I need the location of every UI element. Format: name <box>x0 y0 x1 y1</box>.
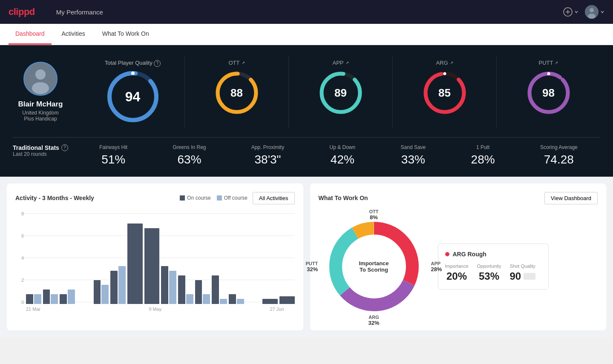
activity-chart-title: Activity - 3 Months - Weekly <box>15 195 94 201</box>
trend-up-icon: ↗ <box>242 60 245 65</box>
bar-off-course <box>186 294 193 304</box>
bar-on-course <box>26 294 33 304</box>
trad-info-icon[interactable]: ? <box>61 144 68 151</box>
arg-value: 85 <box>438 86 451 100</box>
total-quality-gauge: 94 <box>105 69 161 124</box>
y-label-8: 8 <box>15 211 24 216</box>
scorecard-putt: PUTT ↗ 98 <box>496 55 600 129</box>
bar-on-course <box>144 228 160 304</box>
donut-center-line2: To Scoring <box>359 267 389 273</box>
shot-quality-badge <box>524 273 535 280</box>
putt-value: 98 <box>542 86 555 100</box>
add-button[interactable] <box>563 7 578 17</box>
detail-importance-value: 20% <box>446 270 467 282</box>
stat-value-1: 63% <box>177 153 201 166</box>
x-label-2: 27 Jun <box>270 307 284 312</box>
bar-on-course <box>43 289 50 304</box>
trend-up-icon-putt: ↗ <box>555 60 558 65</box>
legend-on-course-dot <box>180 195 185 201</box>
donut-center: Importance To Scoring <box>359 260 389 273</box>
detail-opportunity-value: 53% <box>479 270 499 282</box>
stat-value-4: 33% <box>401 153 425 166</box>
all-activities-button[interactable]: All Activities <box>253 192 295 204</box>
chart-legend: On course Off course <box>180 195 248 201</box>
header-right <box>563 5 604 19</box>
activity-panel-header: Activity - 3 Months - Weekly On course O… <box>15 192 295 204</box>
bar-group-14 <box>262 299 278 304</box>
svg-point-7 <box>35 69 46 80</box>
x-label-0: 21 Mar <box>26 307 40 312</box>
player-name: Blair McHarg <box>18 100 63 109</box>
avatar <box>585 5 599 19</box>
bar-on-course <box>94 280 101 304</box>
detail-opportunity-label: Opportunity <box>477 264 501 269</box>
bar-off-course <box>203 294 210 304</box>
bar-on-course <box>161 266 168 304</box>
hero-top: Blair McHarg United Kingdom Plus Handica… <box>13 55 600 129</box>
what-panel-header: What To Work On View Dashboard <box>319 192 598 204</box>
trad-stats-grid: Fairways Hit 51% Greens In Reg 63% App. … <box>77 144 600 166</box>
info-icon[interactable]: ? <box>154 60 161 67</box>
detail-opportunity: Opportunity 53% <box>477 264 501 282</box>
stat-value-3: 42% <box>331 153 354 166</box>
tab-what-to-work-on[interactable]: What To Work On <box>95 24 156 45</box>
user-avatar-icon <box>585 5 599 19</box>
chart-area: 8 6 4 2 0 <box>15 211 295 305</box>
y-label-6: 6 <box>15 233 24 238</box>
svg-point-11 <box>131 72 135 75</box>
user-menu-button[interactable] <box>585 5 604 19</box>
stat-value-6: 74.28 <box>544 153 574 166</box>
bar-group-6 <box>127 224 143 304</box>
legend-off-course-dot <box>217 195 222 201</box>
bar-group-9 <box>178 275 193 304</box>
trend-up-icon-arg: ↗ <box>450 60 453 65</box>
donut-center-line1: Importance <box>359 260 389 267</box>
user-chevron-icon <box>600 10 604 14</box>
bar-on-course <box>229 294 236 304</box>
donut-label-putt: PUTT 32% <box>306 261 318 272</box>
stat-label-6: Scoring Average <box>540 144 578 150</box>
stat-1-putt: 1 Putt 28% <box>471 144 495 166</box>
stat-value-0: 51% <box>101 153 125 166</box>
bar-on-course <box>110 271 118 304</box>
svg-point-4 <box>590 8 594 12</box>
stat-value-2: 38'3" <box>255 153 281 166</box>
donut-label-app: APP 28% <box>431 261 442 272</box>
scorecards: Total Player Quality ? 94 OTT ↗ <box>81 55 600 129</box>
app-label: APP ↗ <box>332 60 348 66</box>
view-dashboard-button[interactable]: View Dashboard <box>544 192 598 204</box>
bar-group-8 <box>161 266 176 304</box>
bar-group-1 <box>43 289 58 304</box>
bar-group-7 <box>144 228 160 304</box>
stat-sand-save: Sand Save 33% <box>401 144 426 166</box>
bar-off-course <box>51 294 58 304</box>
nav-tabs: Dashboard Activities What To Work On <box>0 24 613 45</box>
putt-gauge: 98 <box>525 69 572 116</box>
bar-group-4 <box>94 280 109 304</box>
detail-shot-quality: Shot Quality 90 <box>509 264 535 282</box>
trad-subtitle: Last 20 rounds <box>13 151 68 157</box>
app-value: 89 <box>334 86 347 100</box>
donut-chart-container: Importance To Scoring OTT 8% APP 28% ARG… <box>319 211 429 322</box>
y-label-4: 4 <box>15 255 24 261</box>
ott-value: 88 <box>230 86 243 100</box>
traditional-stats: Traditional Stats ? Last 20 rounds Fairw… <box>13 137 600 166</box>
plus-circle-icon <box>563 7 573 17</box>
ott-gauge: 88 <box>213 69 260 116</box>
player-handicap: Plus Handicap <box>24 116 57 122</box>
scorecard-total: Total Player Quality ? 94 <box>81 55 184 129</box>
bar-on-course <box>127 224 143 304</box>
bar-on-course <box>178 275 185 304</box>
bar-group-12 <box>229 294 244 304</box>
bar-group-10 <box>195 280 210 304</box>
player-info: Blair McHarg United Kingdom Plus Handica… <box>13 62 68 122</box>
tab-dashboard[interactable]: Dashboard <box>9 24 52 45</box>
stat-label-0: Fairways Hit <box>99 144 127 150</box>
putt-label: PUTT ↗ <box>539 60 558 66</box>
stat-scoring-average: Scoring Average 74.28 <box>540 144 578 166</box>
svg-point-5 <box>588 14 596 19</box>
stat-fairways-hit: Fairways Hit 51% <box>99 144 127 166</box>
tab-activities[interactable]: Activities <box>55 24 92 45</box>
detail-dot <box>445 252 449 256</box>
legend-on-course: On course <box>180 195 210 201</box>
